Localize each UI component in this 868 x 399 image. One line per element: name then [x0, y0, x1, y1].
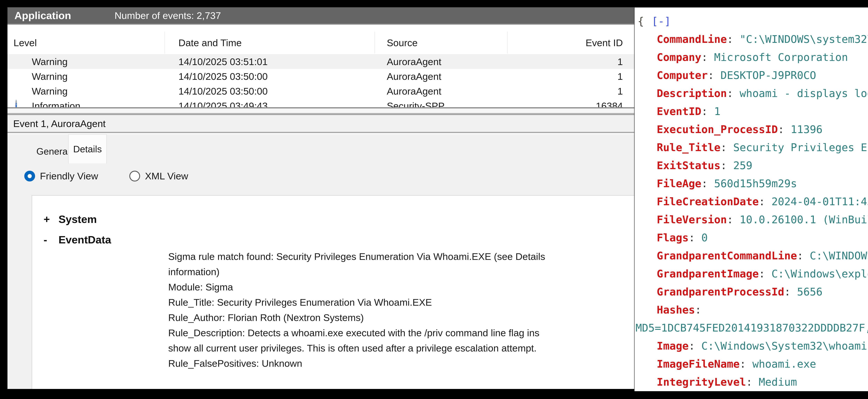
column-header-level[interactable]: Level [13, 37, 37, 48]
tab-strip: General Details [7, 134, 634, 163]
json-value[interactable]: C:\WINDOWS\Explorer.EXE [810, 250, 868, 262]
json-value[interactable]: 259 [733, 159, 752, 172]
json-field: Rule_Title: Security Privileges Enumerat… [634, 138, 868, 156]
json-field: EventID: 1 [634, 102, 868, 120]
event-detail-title: Event 1, AuroraAgent [13, 118, 105, 129]
json-key[interactable]: GrandparentImage [657, 267, 759, 280]
column-header-event-id[interactable]: Event ID [586, 37, 623, 48]
pane-splitter[interactable] [7, 113, 634, 115]
json-field: ExitStatus: 259 [634, 156, 868, 174]
column-divider[interactable] [507, 32, 507, 54]
json-value[interactable]: 11396 [790, 123, 823, 135]
eventdata-text-line: Module: Sigma [168, 281, 634, 297]
json-value[interactable]: "C:\WINDOWS\system32\whoami.exe" /priv [740, 33, 868, 45]
event-list: ! Warning 14/10/2025 03:51:01 AuroraAgen… [7, 54, 634, 107]
tree-node-eventdata[interactable]: -EventData [43, 233, 111, 246]
json-field: IntegrityLevel: Medium [634, 373, 868, 391]
json-key[interactable]: CommandLine [657, 33, 727, 45]
json-wrapped-value: MD5=1DCB745FED20141931870322DDDDB27F,SHA… [634, 319, 868, 337]
radio-xml-view[interactable]: XML View [129, 163, 188, 189]
json-key[interactable]: Execution_ProcessID [657, 123, 778, 135]
json-value[interactable]: MD5=1DCB745FED20141931870322DDDDB27F,SHA… [636, 322, 868, 334]
json-field: CommandLine: "C:\WINDOWS\system32\whoami… [634, 30, 868, 48]
json-value[interactable]: DESKTOP-J9PR0CO [720, 69, 816, 81]
json-key[interactable]: FileCreationDate [657, 195, 759, 208]
collapse-icon[interactable]: - [43, 233, 59, 246]
column-header-source[interactable]: Source [387, 37, 417, 48]
radio-unselected-icon [129, 171, 140, 181]
json-value[interactable]: whoami.exe [752, 358, 816, 370]
json-key[interactable]: Hashes [657, 304, 695, 316]
json-key[interactable]: Image [657, 340, 689, 352]
row-source: AuroraAgent [387, 85, 441, 97]
json-value[interactable]: whoami - displays logged on user informa… [740, 87, 868, 99]
pane-edge [7, 107, 634, 108]
json-value[interactable]: 2024-04-01T11:43:02 [772, 195, 868, 208]
json-key[interactable]: Description [657, 87, 727, 99]
row-source: AuroraAgent [387, 71, 441, 82]
eventdata-text-line: Rule_Description: Detects a whoami.exe e… [168, 327, 634, 342]
json-key[interactable]: EventID [657, 105, 701, 118]
row-source: AuroraAgent [387, 56, 441, 67]
information-icon: i [15, 100, 17, 107]
json-key[interactable]: Rule_Title [657, 141, 720, 154]
eventdata-text-line: Sigma rule match found: Security Privile… [168, 251, 634, 266]
json-key[interactable]: GrandparentCommandLine [657, 250, 797, 262]
view-mode-options: Friendly View XML View [7, 163, 634, 189]
log-titlebar: Application Number of events: 2,737 [7, 7, 634, 25]
row-level: Information [32, 100, 81, 107]
json-key[interactable]: FileVersion [657, 213, 727, 226]
json-key[interactable]: Flags [657, 231, 689, 244]
json-key[interactable]: ExitStatus [657, 159, 720, 172]
friendly-view-box: +System -EventData Sigma rule match foun… [32, 195, 634, 389]
json-key[interactable]: FileAge [657, 177, 701, 190]
eventdata-text-line: Rule_Author: Florian Roth (Nextron Syste… [168, 312, 634, 327]
tab-details[interactable]: Details [68, 134, 107, 163]
json-value[interactable]: 5656 [797, 286, 823, 298]
json-key[interactable]: ImageFileName [657, 358, 740, 370]
json-key[interactable]: Company [657, 51, 701, 63]
event-viewer-panel: Application Number of events: 2,737 Leve… [7, 7, 634, 389]
row-event-id: 1 [618, 56, 623, 67]
json-field: FileCreationDate: 2024-04-01T11:43:02 [634, 192, 868, 210]
table-row[interactable]: i Information 14/10/2025 03:49:43 Securi… [7, 98, 634, 107]
row-datetime: 14/10/2025 03:50:00 [179, 71, 268, 82]
json-key[interactable]: Computer [657, 69, 708, 81]
json-value[interactable]: 1 [714, 105, 721, 118]
table-row[interactable]: ! Warning 14/10/2025 03:50:00 AuroraAgen… [7, 84, 634, 98]
json-field: Computer: DESKTOP-J9PR0CO [634, 66, 868, 84]
radio-friendly-view[interactable]: Friendly View [24, 163, 98, 189]
json-value[interactable]: 10.0.26100.1 (WinBuild.160101.0800) [740, 213, 868, 226]
json-field: GrandparentProcessId: 5656 [634, 282, 868, 301]
event-count-label: Number of events: 2,737 [115, 10, 221, 21]
table-row[interactable]: ! Warning 14/10/2025 03:51:01 AuroraAgen… [7, 54, 634, 69]
horizontal-scrollbar[interactable] [7, 108, 634, 113]
json-field: FileVersion: 10.0.26100.1 (WinBuild.1601… [634, 210, 868, 229]
column-header-datetime[interactable]: Date and Time [179, 37, 242, 48]
tree-node-system[interactable]: +System [43, 213, 97, 225]
json-value[interactable]: C:\Windows\explorer.exe [772, 267, 868, 280]
json-value[interactable]: C:\Windows\System32\whoami.exe [701, 340, 868, 352]
json-key[interactable]: IntegrityLevel [657, 376, 746, 388]
column-divider[interactable] [164, 32, 165, 54]
json-value[interactable]: 0 [701, 231, 708, 244]
open-brace: { [638, 15, 644, 27]
json-value[interactable]: Microsoft Corporation [714, 51, 848, 63]
json-value[interactable]: 560d15h59m29s [714, 177, 797, 190]
json-field: GrandparentCommandLine: C:\WINDOWS\Explo… [634, 246, 868, 265]
expand-icon[interactable]: + [43, 213, 59, 225]
row-datetime: 14/10/2025 03:49:43 [179, 100, 268, 107]
collapse-toggle-icon[interactable]: [-] [652, 15, 671, 27]
tab-general[interactable]: General [38, 139, 68, 163]
json-field: ImageFileName: whoami.exe [634, 355, 868, 373]
json-value[interactable]: Security Privileges Enumeration Via Whoa… [733, 141, 868, 154]
json-field: FileAge: 560d15h59m29s [634, 174, 868, 192]
table-row[interactable]: ! Warning 14/10/2025 03:50:00 AuroraAgen… [7, 69, 634, 84]
eventdata-text: Sigma rule match found: Security Privile… [168, 251, 634, 373]
json-field: Description: whoami - displays logged on… [634, 84, 868, 102]
json-key[interactable]: GrandparentProcessId [657, 286, 784, 298]
column-divider[interactable] [375, 32, 375, 54]
row-level: Warning [32, 85, 67, 97]
json-value[interactable]: Medium [759, 376, 797, 388]
json-field: GrandparentImage: C:\Windows\explorer.ex… [634, 265, 868, 282]
